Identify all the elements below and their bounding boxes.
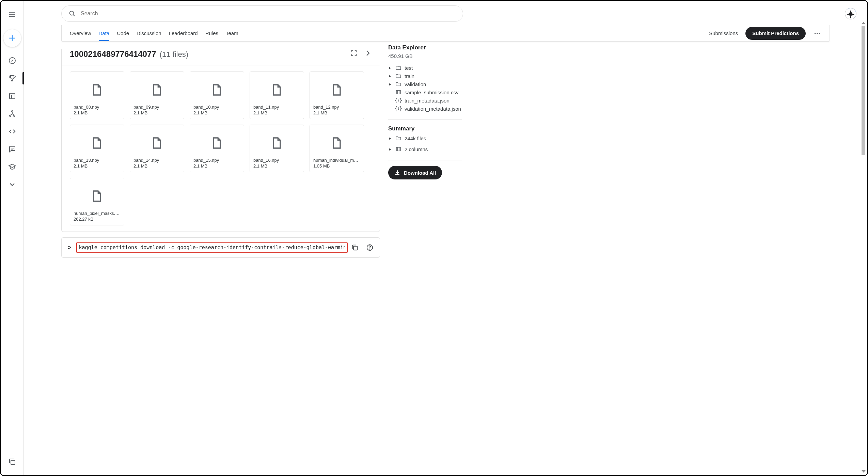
chevron-down-icon[interactable] bbox=[5, 177, 20, 192]
tree-folder[interactable]: validation bbox=[388, 80, 462, 88]
user-avatar[interactable] bbox=[845, 8, 856, 19]
svg-point-9 bbox=[10, 115, 11, 116]
scrollbar-thumb[interactable] bbox=[862, 26, 865, 155]
file-card[interactable]: human_pixel_masks.npy 262.27 kB bbox=[70, 178, 124, 225]
file-card[interactable]: band_10.npy 2.1 MB bbox=[190, 72, 244, 119]
tree-folder[interactable]: train bbox=[388, 72, 462, 80]
submit-predictions-button[interactable]: Submit Predictions bbox=[745, 27, 806, 40]
network-icon[interactable] bbox=[5, 106, 20, 121]
tab-rules[interactable]: Rules bbox=[205, 25, 218, 41]
file-icon bbox=[74, 181, 121, 211]
more-horizontal-icon[interactable] bbox=[813, 29, 821, 37]
file-icon bbox=[133, 128, 180, 158]
file-card[interactable]: band_11.npy 2.1 MB bbox=[250, 72, 304, 119]
file-icon bbox=[133, 75, 180, 105]
summary-columns-label: 2 columns bbox=[405, 146, 428, 152]
svg-point-21 bbox=[369, 249, 370, 249]
file-size: 2.1 MB bbox=[313, 110, 360, 115]
tab-team[interactable]: Team bbox=[226, 25, 238, 41]
file-name: band_10.npy bbox=[193, 105, 240, 110]
search-input[interactable] bbox=[81, 11, 456, 17]
svg-rect-13 bbox=[11, 460, 15, 464]
help-icon[interactable] bbox=[366, 244, 374, 251]
file-card[interactable]: band_16.npy 2.1 MB bbox=[250, 125, 304, 172]
comment-icon[interactable] bbox=[5, 142, 20, 157]
tree-file[interactable]: {i} validation_metadata.json bbox=[388, 105, 462, 113]
folder-file-count: (11 files) bbox=[160, 50, 188, 59]
svg-line-15 bbox=[73, 15, 75, 16]
file-card[interactable]: band_08.npy 2.1 MB bbox=[70, 72, 124, 119]
file-name: human_individual_mas... bbox=[313, 158, 360, 163]
download-command-bar: >_ bbox=[61, 237, 380, 258]
search-box[interactable] bbox=[61, 5, 463, 22]
hamburger-menu-icon[interactable] bbox=[5, 7, 20, 22]
svg-marker-28 bbox=[389, 137, 391, 140]
right-sidebar: Data Explorer 450.91 GB test train valid… bbox=[380, 42, 464, 475]
folder-icon bbox=[395, 73, 402, 79]
compass-icon[interactable] bbox=[5, 53, 20, 68]
chevron-right-icon[interactable] bbox=[364, 49, 372, 57]
summary-heading: Summary bbox=[388, 125, 462, 132]
collections-icon[interactable] bbox=[5, 454, 20, 469]
summary-files-row[interactable]: 244k files bbox=[388, 134, 462, 142]
svg-marker-23 bbox=[389, 75, 391, 78]
create-button[interactable] bbox=[3, 29, 21, 47]
fullscreen-icon[interactable] bbox=[350, 49, 358, 57]
svg-rect-5 bbox=[10, 93, 15, 99]
file-icon bbox=[313, 75, 360, 105]
file-size: 2.1 MB bbox=[74, 110, 121, 115]
file-icon bbox=[193, 75, 240, 105]
file-name: human_pixel_masks.npy bbox=[74, 211, 121, 216]
json-icon: {i} bbox=[395, 106, 402, 112]
file-card[interactable]: band_13.npy 2.1 MB bbox=[70, 125, 124, 172]
copy-icon[interactable] bbox=[351, 244, 359, 251]
tree-label: train_metadata.json bbox=[405, 98, 449, 104]
file-card[interactable]: band_14.npy 2.1 MB bbox=[130, 125, 184, 172]
dataset-size: 450.91 GB bbox=[388, 53, 462, 59]
code-icon[interactable] bbox=[5, 124, 20, 139]
submissions-link[interactable]: Submissions bbox=[709, 30, 738, 36]
tab-code[interactable]: Code bbox=[117, 25, 129, 41]
vertical-scrollbar[interactable] bbox=[861, 22, 866, 473]
file-name: band_08.npy bbox=[74, 105, 121, 110]
file-card[interactable]: band_12.npy 2.1 MB bbox=[310, 72, 364, 119]
file-icon bbox=[193, 128, 240, 158]
folder-title: 1000216489776414077 bbox=[70, 49, 156, 59]
summary-columns-row[interactable]: 2 columns bbox=[388, 145, 462, 153]
download-all-label: Download All bbox=[404, 170, 436, 176]
file-tree: test train validation sample_submission.… bbox=[388, 64, 462, 113]
left-nav-rail bbox=[1, 1, 24, 475]
trophy-icon[interactable] bbox=[5, 71, 20, 86]
data-explorer-heading: Data Explorer bbox=[388, 44, 462, 51]
tree-label: train bbox=[405, 73, 414, 79]
education-icon[interactable] bbox=[5, 159, 20, 174]
file-grid: band_08.npy 2.1 MB band_09.npy 2.1 MB ba… bbox=[62, 65, 380, 232]
tab-overview[interactable]: Overview bbox=[70, 25, 91, 41]
terminal-prompt-icon: >_ bbox=[68, 244, 73, 251]
svg-marker-4 bbox=[11, 60, 13, 62]
file-size: 2.1 MB bbox=[133, 163, 180, 169]
tree-file[interactable]: sample_submission.csv bbox=[388, 88, 462, 96]
file-name: band_13.npy bbox=[74, 158, 121, 163]
file-card[interactable]: human_individual_mas... 1.05 MB bbox=[310, 125, 364, 172]
columns-icon bbox=[395, 146, 402, 152]
svg-point-17 bbox=[817, 33, 818, 34]
svg-point-18 bbox=[819, 33, 820, 34]
tree-folder[interactable]: test bbox=[388, 64, 462, 72]
tab-discussion[interactable]: Discussion bbox=[137, 25, 161, 41]
file-size: 2.1 MB bbox=[74, 163, 121, 169]
svg-point-8 bbox=[12, 111, 13, 112]
file-icon bbox=[74, 75, 121, 105]
tree-label: sample_submission.csv bbox=[405, 90, 458, 95]
tab-leaderboard[interactable]: Leaderboard bbox=[169, 25, 198, 41]
file-name: band_14.npy bbox=[133, 158, 180, 163]
tree-file[interactable]: {i} train_metadata.json bbox=[388, 96, 462, 105]
json-icon: {i} bbox=[395, 97, 402, 104]
file-card[interactable]: band_15.npy 2.1 MB bbox=[190, 125, 244, 172]
download-command-input[interactable] bbox=[79, 244, 345, 251]
tab-data[interactable]: Data bbox=[99, 25, 110, 41]
download-all-button[interactable]: Download All bbox=[388, 166, 442, 179]
file-card[interactable]: band_09.npy 2.1 MB bbox=[130, 72, 184, 119]
file-size: 2.1 MB bbox=[193, 110, 240, 115]
table-icon[interactable] bbox=[5, 89, 20, 104]
